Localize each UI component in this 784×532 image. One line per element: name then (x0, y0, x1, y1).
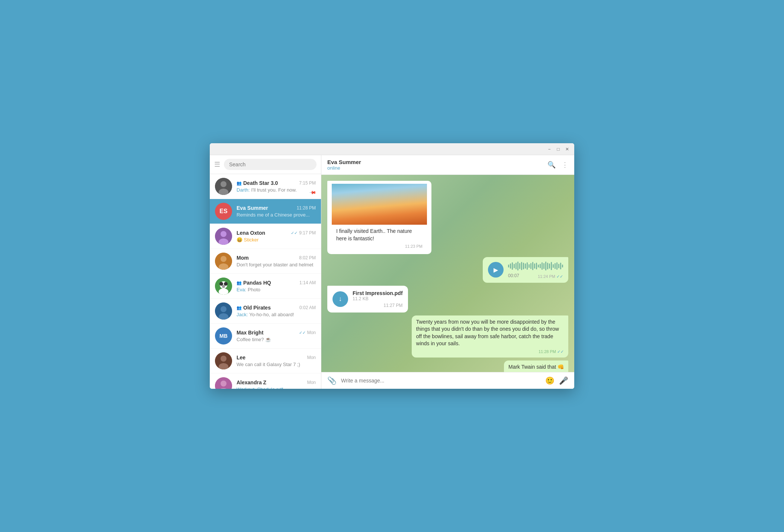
voice-info: 00:07 11:24 PM ✓✓ (508, 261, 563, 279)
svg-rect-24 (332, 186, 427, 223)
chat-preview-max-bright: Coffee time? ☕ (237, 337, 316, 342)
voice-duration: 00:07 (508, 273, 519, 278)
avatar-old-pirates (215, 302, 232, 320)
avatar-eva-summer: ES (215, 203, 232, 220)
avatar-max-bright: MB (215, 327, 232, 344)
file-name: First Impression.pdf (353, 290, 403, 296)
chat-time-death-star: 7:15 PM (299, 180, 316, 186)
chat-item-death-star[interactable]: 👥 Death Star 3.0 7:15 PM Darth: I'll tru… (210, 174, 321, 199)
svg-point-4 (221, 231, 226, 237)
chat-item-pandas-hq[interactable]: 👥 Pandas HQ 1:14 AM Eva: Photo (210, 274, 321, 299)
chat-header-name: Eva Summer (327, 159, 361, 165)
chat-preview-alexandra-z: Workout_Shedule.pdf (237, 387, 316, 389)
chat-time-max-bright: Mon (307, 330, 316, 335)
chat-name-lena-oxton: Lena Oxton (237, 230, 265, 236)
chat-item-lena-oxton[interactable]: Lena Oxton ✓✓ 9:17 PM 😄 Sticker (210, 224, 321, 249)
more-options-icon[interactable]: ⋮ (562, 161, 568, 169)
chat-preview-lee: We can call it Galaxy Star 7 ;) (237, 362, 316, 367)
chat-item-alexandra-z[interactable]: Alexandra Z Mon Workout_Shedule.pdf (210, 374, 321, 389)
message-row-3: ↓ First Impression.pdf 11.2 KB 11:27 PM (327, 286, 568, 313)
message-row-4: Twenty years from now you will be more d… (327, 315, 568, 358)
message-text-1: I finally visited Earth.. The nature her… (332, 225, 427, 251)
chat-item-lee[interactable]: Lee Mon We can call it Galaxy Star 7 ;) (210, 349, 321, 374)
message-input[interactable] (341, 378, 541, 384)
chat-name-max-bright: Max Bright (237, 330, 263, 336)
emoji-icon[interactable]: 🙂 (545, 376, 555, 385)
chat-item-max-bright[interactable]: MB Max Bright ✓✓ Mon Coffee (210, 324, 321, 349)
avatar-alexandra-z (215, 377, 232, 389)
chat-name-pandas-hq: 👥 Pandas HQ (237, 280, 271, 286)
chat-item-eva-summer[interactable]: ES Eva Summer 11:28 PM Reminds me of a C… (210, 199, 321, 224)
close-button[interactable]: ✕ (565, 147, 570, 152)
svg-rect-30 (332, 215, 427, 223)
message-bubble-4: Twenty years from now you will be more d… (412, 315, 568, 358)
chat-list: 👥 Death Star 3.0 7:15 PM Darth: I'll tru… (210, 174, 321, 389)
chat-name-old-pirates: 👥 Old Pirates (237, 305, 271, 311)
chat-name-death-star: 👥 Death Star 3.0 (237, 180, 278, 186)
chat-info-pandas-hq: 👥 Pandas HQ 1:14 AM Eva: Photo (237, 280, 316, 292)
svg-point-26 (347, 190, 371, 201)
svg-point-28 (386, 189, 413, 199)
search-chat-icon[interactable]: 🔍 (547, 161, 556, 169)
svg-point-19 (221, 356, 226, 362)
chat-item-old-pirates[interactable]: 👥 Old Pirates 0:02 AM Jack: Yo-ho-ho, al… (210, 299, 321, 324)
message-row-2: ▶ (327, 257, 568, 283)
svg-point-29 (397, 193, 416, 200)
message-row-1: I finally visited Earth.. The nature her… (327, 181, 568, 254)
maximize-button[interactable]: □ (556, 147, 561, 152)
chat-preview-eva-summer: Reminds me of a Chinese prove... (237, 212, 316, 218)
chat-info-lena-oxton: Lena Oxton ✓✓ 9:17 PM 😄 Sticker (237, 230, 316, 243)
message-bubble-file: ↓ First Impression.pdf 11.2 KB 11:27 PM (327, 286, 408, 313)
app-window: − □ ✕ ☰ (210, 143, 574, 389)
play-button[interactable]: ▶ (488, 262, 504, 278)
chat-info-max-bright: Max Bright ✓✓ Mon Coffee time? ☕ (237, 330, 316, 342)
chat-info-alexandra-z: Alexandra Z Mon Workout_Shedule.pdf (237, 379, 316, 389)
chat-time-mom: 8:02 PM (299, 255, 316, 260)
message-image (332, 184, 427, 225)
messages-area: I finally visited Earth.. The nature her… (321, 175, 574, 372)
group-icon-pirates: 👥 (237, 305, 242, 310)
avatar-death-star (215, 178, 232, 195)
chat-preview-death-star: Darth: I'll trust you. For now. (237, 187, 316, 193)
chat-time-eva-summer: 11:28 PM (297, 205, 316, 211)
microphone-icon[interactable]: 🎤 (559, 376, 568, 385)
chat-name-alexandra-z: Alexandra Z (237, 379, 266, 385)
tick-icon-lena: ✓✓ (291, 231, 298, 235)
avatar-pandas-hq (215, 278, 232, 295)
chat-input-area: 📎 🙂 🎤 (321, 372, 574, 389)
chat-name-lee: Lee (237, 355, 245, 360)
menu-icon[interactable]: ☰ (214, 160, 220, 169)
message-time-1: 11:23 PM (336, 244, 422, 249)
group-icon-pandas: 👥 (237, 281, 242, 285)
chat-name-mom: Mom (237, 255, 249, 261)
double-tick-2: ✓✓ (556, 274, 563, 279)
chat-preview-old-pirates: Jack: Yo-ho-ho, all aboard! (237, 312, 316, 317)
message-row-5: Mark Twain said that 👊 11:28 PM ✓✓ (327, 360, 568, 372)
search-input[interactable] (224, 159, 317, 170)
svg-point-13 (222, 285, 225, 288)
chat-time-old-pirates: 0:02 AM (299, 305, 316, 310)
chat-header-info: Eva Summer online (327, 159, 361, 171)
chat-preview-mom: Don't forget your blaster and helmet (237, 262, 316, 267)
svg-point-25 (373, 202, 386, 214)
chat-info-death-star: 👥 Death Star 3.0 7:15 PM Darth: I'll tru… (237, 180, 316, 193)
message-time-2: 11:24 PM ✓✓ (538, 274, 563, 279)
svg-point-11 (219, 282, 223, 286)
attach-icon[interactable]: 📎 (327, 376, 337, 385)
message-bubble-voice: ▶ (483, 257, 568, 283)
tick-icon-max: ✓✓ (299, 330, 306, 335)
sidebar-header: ☰ (210, 155, 321, 174)
minimize-button[interactable]: − (547, 147, 552, 152)
chat-header-actions: 🔍 ⋮ (547, 161, 568, 169)
double-tick-4: ✓✓ (557, 349, 564, 355)
avatar-lee (215, 352, 232, 369)
download-button[interactable]: ↓ (332, 291, 348, 307)
svg-point-1 (221, 181, 226, 187)
message-bubble-image-text: I finally visited Earth.. The nature her… (327, 181, 431, 254)
message-time-3: 11:27 PM (353, 303, 403, 308)
chat-time-alexandra-z: Mon (307, 380, 316, 385)
chat-time-pandas-hq: 1:14 AM (299, 280, 316, 285)
file-size: 11.2 KB (353, 296, 403, 301)
chat-item-mom[interactable]: Mom 8:02 PM Don't forget your blaster an… (210, 249, 321, 274)
app-body: ☰ 👥 (210, 155, 574, 389)
